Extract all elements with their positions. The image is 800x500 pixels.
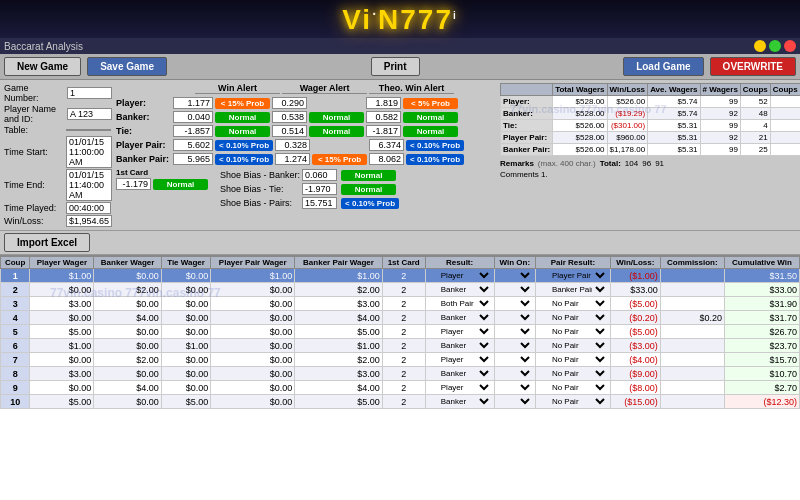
summary-col-coups: Coups (740, 84, 770, 96)
time-start-label: Time Start: (4, 147, 64, 157)
shoe-bias-banker-row: Shoe Bias - Banker: 0.060 Normal (220, 169, 399, 181)
alert-bp-label: Banker Pair: (116, 154, 171, 164)
new-game-button[interactable]: New Game (4, 57, 81, 76)
data-table-container: 77vin.casino 777vin.casino 77 Coup Playe… (0, 255, 800, 500)
win-alert-bp-val: 5.965 (173, 153, 213, 165)
theo-win-tie-val: -1.817 (366, 125, 401, 137)
theo-win-tie-badge: Normal (403, 126, 458, 137)
alert-pp-label: Player Pair: (116, 140, 171, 150)
summary-table: Total Wagers Win/Loss Ave. Wagers # Wage… (500, 83, 800, 156)
alert-player-label: Player: (116, 98, 171, 108)
table-label: Table: (4, 125, 64, 135)
first-card-shoe-row: 1st Card -1.179 Normal Shoe Bias - Banke… (116, 168, 496, 209)
wager-alert-tie-badge: Normal (309, 126, 364, 137)
alert-tie-row: Tie: -1.857 Normal 0.514 Normal -1.817 N… (116, 125, 496, 137)
theo-win-banker-val: 0.582 (366, 111, 401, 123)
th-win-on: Win On: (494, 257, 535, 269)
win-alert-tie-val: -1.857 (173, 125, 213, 137)
win-alert-banker-val: 0.040 (173, 111, 213, 123)
time-end-row: Time End: 01/01/15 11:40:00 AM (4, 169, 112, 201)
maximize-btn[interactable] (769, 40, 781, 52)
th-win-loss: Win/Loss: (610, 257, 660, 269)
game-number-value: 1 (67, 87, 112, 99)
total-label: Total: (600, 159, 621, 168)
wager-alert-pp-val: 0.328 (275, 139, 310, 151)
shoe-bias-pairs-badge: < 0.10% Prob (341, 198, 399, 209)
load-game-button[interactable]: Load Game (623, 57, 703, 76)
shoe-bias-banker-badge: Normal (341, 170, 396, 181)
time-end-value: 01/01/15 11:40:00 AM (66, 169, 112, 201)
table-row-info: Table: (4, 125, 112, 135)
time-start-value: 01/01/15 11:00:00 AM (66, 136, 112, 168)
header: Vi·N777i (0, 0, 800, 38)
import-btn-row: Import Excel (0, 231, 800, 255)
th-player-wager: Player Wager (30, 257, 94, 269)
wager-alert-player-val: 0.290 (272, 97, 307, 109)
summary-col-n-wagers: # Wagers (700, 84, 740, 96)
wager-alert-header: Wager Alert (282, 83, 367, 94)
window-controls (754, 40, 796, 52)
time-start-row: Time Start: 01/01/15 11:00:00 AM (4, 136, 112, 168)
middle-panel: Win Alert Wager Alert Theo. Win Alert Pl… (116, 83, 496, 227)
time-played-row: Time Played: 00:40:00 (4, 202, 112, 214)
wager-alert-banker-val: 0.538 (272, 111, 307, 123)
minimize-btn[interactable] (754, 40, 766, 52)
wager-alert-bp-val: 1.274 (275, 153, 310, 165)
win-loss-row: Win/Loss: $1,954.65 (4, 215, 112, 227)
win-loss-label: Win/Loss: (4, 216, 64, 226)
app: Vi·N777i Baccarat Analysis New Game Save… (0, 0, 800, 500)
win-loss-value: $1,954.65 (66, 215, 112, 227)
comments-value: Comments 1. (500, 170, 548, 179)
th-pair-result: Pair Result: (535, 257, 610, 269)
right-panel: 77vin.casino 777vin.casino 77 Total Wage… (500, 83, 800, 227)
save-game-button[interactable]: Save Game (87, 57, 167, 76)
theo-win-pp-val: 6.374 (369, 139, 404, 151)
game-number-label: Game Number: (4, 83, 65, 103)
summary-col-win-loss: Win/Loss (607, 84, 648, 96)
alert-banker-label: Banker: (116, 112, 171, 122)
time-played-label: Time Played: (4, 203, 64, 213)
time-played-value: 00:40:00 (66, 202, 111, 214)
win-alert-pp-val: 5.602 (173, 139, 213, 151)
theo-win-banker-badge: Normal (403, 112, 458, 123)
wager-alert-tie-val: 0.514 (272, 125, 307, 137)
win-alert-banker-badge: Normal (215, 112, 270, 123)
player-name-label: Player Name and ID: (4, 104, 65, 124)
shoe-bias-tie-label: Shoe Bias - Tie: (220, 184, 300, 194)
th-result: Result: (425, 257, 494, 269)
th-coup: Coup (1, 257, 30, 269)
win-alert-pp-badge: < 0.10% Prob (215, 140, 273, 151)
theo-win-player-badge: < 5% Prob (403, 98, 458, 109)
win-alert-bp-badge: < 0.10% Prob (215, 154, 273, 165)
comments-area: Comments 1. (500, 170, 800, 179)
total-coups-played: 104 (625, 159, 638, 168)
shoe-bias-pairs-label: Shoe Bias - Pairs: (220, 198, 300, 208)
game-number-row: Game Number: 1 (4, 83, 112, 103)
title-bar: Baccarat Analysis (0, 38, 800, 54)
alert-player-row: Player: 1.177 < 15% Prob 0.290 1.819 < 5… (116, 97, 496, 109)
shoe-bias-tie-val: -1.970 (302, 183, 337, 195)
wager-alert-bp-badge: < 15% Prob (312, 154, 367, 165)
window-title: Baccarat Analysis (4, 41, 83, 52)
overwrite-button[interactable]: OVERWRITE (710, 57, 796, 76)
win-alert-header: Win Alert (195, 83, 280, 94)
total-coups-l: 91 (655, 159, 664, 168)
theo-win-bp-val: 8.062 (369, 153, 404, 165)
close-btn[interactable] (784, 40, 796, 52)
toolbar: New Game Save Game Print Load Game OVERW… (0, 54, 800, 80)
theo-win-pp-badge: < 0.10% Prob (406, 140, 464, 151)
total-coups-won: 96 (642, 159, 651, 168)
player-name-value: A 123 (67, 108, 112, 120)
import-excel-button[interactable]: Import Excel (4, 233, 90, 252)
print-button[interactable]: Print (371, 57, 420, 76)
win-alert-player-val: 1.177 (173, 97, 213, 109)
remarks-area: Remarks (max. 400 char.) Total: 104 96 9… (500, 159, 800, 168)
alert-banker-pair-row: Banker Pair: 5.965 < 0.10% Prob 1.274 < … (116, 153, 496, 165)
win-alert-player-badge: < 15% Prob (215, 98, 270, 109)
th-first-card: 1st Card (382, 257, 425, 269)
th-banker-wager: Banker Wager (94, 257, 162, 269)
shoe-bias-banker-label: Shoe Bias - Banker: (220, 170, 300, 180)
main: New Game Save Game Print Load Game OVERW… (0, 54, 800, 500)
th-cumulative: Cumulative Win (724, 257, 799, 269)
shoe-bias-banker-val: 0.060 (302, 169, 337, 181)
